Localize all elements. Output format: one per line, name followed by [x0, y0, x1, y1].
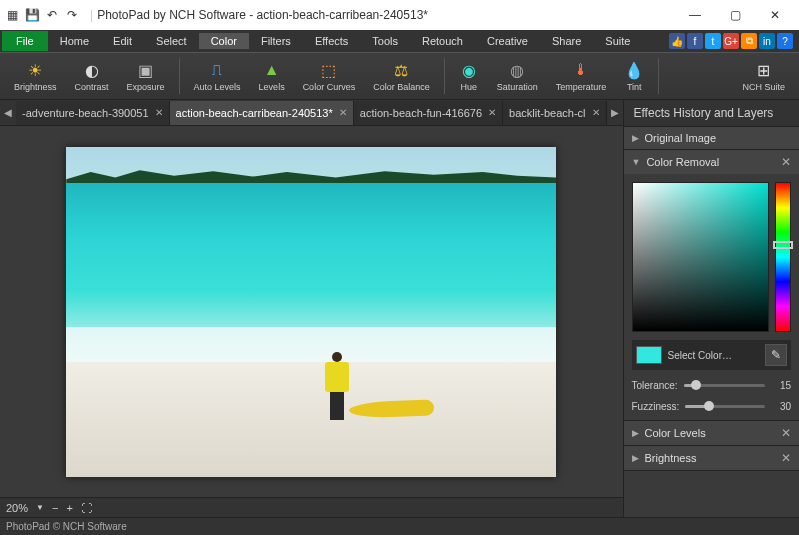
social-icon[interactable]: t — [705, 33, 721, 49]
tool-brightness[interactable]: ☀Brightness — [6, 58, 65, 94]
tool-saturation[interactable]: ◍Saturation — [489, 58, 546, 94]
fuzziness-slider[interactable] — [685, 405, 765, 408]
social-icon[interactable]: in — [759, 33, 775, 49]
menu-retouch[interactable]: Retouch — [410, 33, 475, 49]
menu-color[interactable]: Color — [199, 33, 249, 49]
maximize-button[interactable]: ▢ — [715, 0, 755, 30]
save-icon[interactable]: 💾 — [24, 7, 40, 23]
tint-icon: 💧 — [624, 60, 644, 80]
social-icon[interactable]: ⧉ — [741, 33, 757, 49]
menu-edit[interactable]: Edit — [101, 33, 144, 49]
redo-icon[interactable]: ↷ — [64, 7, 80, 23]
social-icon[interactable]: f — [687, 33, 703, 49]
tool-auto-levels[interactable]: ⎍Auto Levels — [186, 58, 249, 94]
temperature-icon: 🌡 — [571, 60, 591, 80]
tool-contrast[interactable]: ◐Contrast — [67, 58, 117, 94]
tolerance-value: 15 — [771, 380, 791, 391]
fuzziness-label: Fuzziness: — [632, 401, 680, 412]
auto-levels-icon: ⎍ — [207, 60, 227, 80]
document-tab[interactable]: action-beach-carribean-240513*✕ — [170, 101, 354, 125]
tool-hue[interactable]: ◉Hue — [451, 58, 487, 94]
menu-filters[interactable]: Filters — [249, 33, 303, 49]
menu-home[interactable]: Home — [48, 33, 101, 49]
menu-file[interactable]: File — [2, 31, 48, 51]
nch-suite-icon: ⊞ — [754, 60, 774, 80]
menu-share[interactable]: Share — [540, 33, 593, 49]
section-color-levels[interactable]: ▶ Color Levels ✕ — [624, 421, 800, 445]
menu-suite[interactable]: Suite — [593, 33, 642, 49]
zoom-bar: 20% ▼ − + ⛶ — [0, 497, 623, 517]
chevron-down-icon: ▼ — [632, 157, 641, 167]
minimize-button[interactable]: — — [675, 0, 715, 30]
tool-color-balance[interactable]: ⚖Color Balance — [365, 58, 438, 94]
color-hue-slider[interactable] — [775, 182, 791, 332]
close-button[interactable]: ✕ — [755, 0, 795, 30]
section-close-icon[interactable]: ✕ — [781, 451, 791, 465]
tool-label: Saturation — [497, 82, 538, 92]
section-original-image[interactable]: ▶ Original Image — [624, 127, 800, 149]
section-color-removal[interactable]: ▼ Color Removal ✕ — [624, 150, 800, 174]
tool-label: Temperature — [556, 82, 607, 92]
menu-bar: File HomeEditSelectColorFiltersEffectsTo… — [0, 30, 799, 52]
menu-tools[interactable]: Tools — [360, 33, 410, 49]
hue-icon: ◉ — [459, 60, 479, 80]
chevron-right-icon: ▶ — [632, 428, 639, 438]
tab-close-icon[interactable]: ✕ — [339, 107, 347, 118]
chevron-right-icon: ▶ — [632, 133, 639, 143]
tool-tint[interactable]: 💧Tint — [616, 58, 652, 94]
tool-label: Auto Levels — [194, 82, 241, 92]
app-icon: ▦ — [4, 7, 20, 23]
tab-close-icon[interactable]: ✕ — [155, 107, 163, 118]
social-icon[interactable]: ? — [777, 33, 793, 49]
image-canvas[interactable] — [66, 147, 556, 477]
menu-effects[interactable]: Effects — [303, 33, 360, 49]
section-close-icon[interactable]: ✕ — [781, 426, 791, 440]
chevron-right-icon: ▶ — [632, 453, 639, 463]
menu-select[interactable]: Select — [144, 33, 199, 49]
tab-close-icon[interactable]: ✕ — [592, 107, 600, 118]
select-color-button[interactable]: Select Color… — [668, 350, 756, 361]
social-icon[interactable]: 👍 — [669, 33, 685, 49]
eyedropper-button[interactable]: ✎ — [765, 344, 787, 366]
tab-scroll-right[interactable]: ▶ — [607, 101, 623, 125]
exposure-icon: ▣ — [136, 60, 156, 80]
tool-label: NCH Suite — [742, 82, 785, 92]
tool-label: Color Curves — [303, 82, 356, 92]
color-saturation-value-picker[interactable] — [632, 182, 770, 332]
color-curves-icon: ⬚ — [319, 60, 339, 80]
social-icon[interactable]: G+ — [723, 33, 739, 49]
hue-handle[interactable] — [773, 241, 793, 249]
tolerance-label: Tolerance: — [632, 380, 678, 391]
zoom-dropdown-icon[interactable]: ▼ — [36, 503, 44, 512]
tolerance-slider[interactable] — [684, 384, 765, 387]
tool-levels[interactable]: ▲Levels — [251, 58, 293, 94]
tab-close-icon[interactable]: ✕ — [488, 107, 496, 118]
canvas-area[interactable] — [0, 126, 623, 497]
zoom-percent[interactable]: 20% — [6, 502, 28, 514]
tool-label: Exposure — [127, 82, 165, 92]
saturation-icon: ◍ — [507, 60, 527, 80]
tool-nch-suite[interactable]: ⊞NCH Suite — [734, 58, 793, 94]
effects-panel: Effects History and Layers ▶ Original Im… — [623, 100, 800, 517]
tool-label: Hue — [460, 82, 477, 92]
selected-color-swatch[interactable] — [636, 346, 662, 364]
document-tab[interactable]: action-beach-fun-416676✕ — [354, 101, 503, 125]
tab-scroll-left[interactable]: ◀ — [0, 101, 16, 125]
document-tab[interactable]: -adventure-beach-390051✕ — [16, 101, 170, 125]
tool-temperature[interactable]: 🌡Temperature — [548, 58, 615, 94]
tool-exposure[interactable]: ▣Exposure — [119, 58, 173, 94]
undo-icon[interactable]: ↶ — [44, 7, 60, 23]
tool-label: Contrast — [75, 82, 109, 92]
zoom-in-button[interactable]: + — [66, 502, 72, 514]
document-tabs: ◀ -adventure-beach-390051✕action-beach-c… — [0, 100, 623, 126]
zoom-out-button[interactable]: − — [52, 502, 58, 514]
document-tab[interactable]: backlit-beach-cl✕ — [503, 101, 606, 125]
brightness-icon: ☀ — [25, 60, 45, 80]
status-bar: PhotoPad © NCH Software — [0, 517, 799, 535]
zoom-fit-button[interactable]: ⛶ — [81, 502, 92, 514]
section-brightness[interactable]: ▶ Brightness ✕ — [624, 446, 800, 470]
menu-creative[interactable]: Creative — [475, 33, 540, 49]
tool-label: Brightness — [14, 82, 57, 92]
tool-color-curves[interactable]: ⬚Color Curves — [295, 58, 364, 94]
section-close-icon[interactable]: ✕ — [781, 155, 791, 169]
